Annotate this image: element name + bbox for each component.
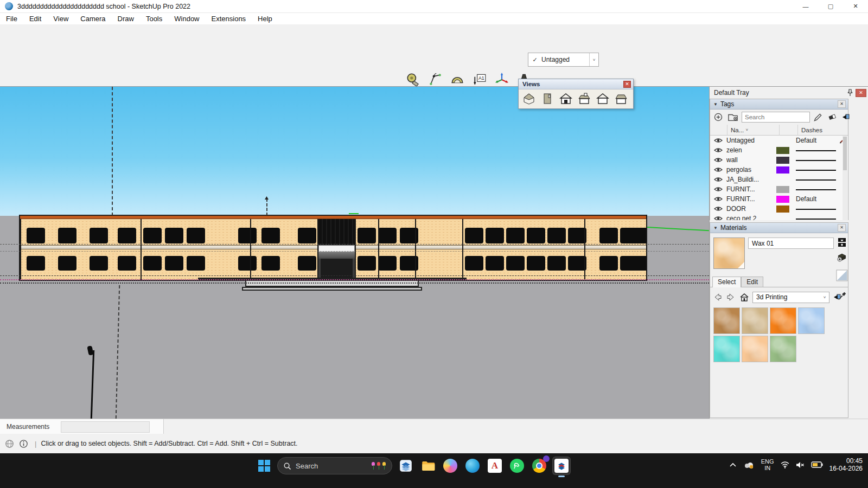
back-view-icon[interactable] <box>576 91 592 106</box>
protractor-icon[interactable] <box>449 70 466 88</box>
create-material-icon[interactable] <box>836 251 848 263</box>
tag-row[interactable]: JA_Buildi... <box>710 175 848 184</box>
edge-icon[interactable] <box>464 457 481 474</box>
maximize-button[interactable]: ▢ <box>818 0 843 13</box>
materials-collection-dropdown[interactable]: 3d Printing ˅ <box>752 292 829 303</box>
model-viewport[interactable] <box>0 87 709 419</box>
material-swatch[interactable] <box>798 307 825 334</box>
scrollbar-thumb[interactable] <box>843 137 847 170</box>
school-building[interactable] <box>19 215 647 281</box>
menu-window[interactable]: Window <box>168 13 205 25</box>
material-swatch[interactable] <box>770 307 796 334</box>
material-preview[interactable] <box>713 237 745 269</box>
tab-edit[interactable]: Edit <box>741 277 763 287</box>
materials-close-button[interactable]: ✕ <box>838 224 846 232</box>
menu-tools[interactable]: Tools <box>140 13 168 25</box>
hidden-icons-chevron[interactable] <box>730 463 736 467</box>
tags-panel-header[interactable]: ▼ Tags ✕ <box>710 99 848 110</box>
material-swatch[interactable] <box>742 336 768 362</box>
materials-panel-header[interactable]: ▼ Materials ✕ <box>710 223 848 233</box>
language-indicator[interactable]: ENG IN <box>761 458 774 471</box>
visibility-eye-icon[interactable] <box>710 196 726 202</box>
iso-view-icon[interactable] <box>521 91 537 106</box>
active-tag-dropdown[interactable]: ✓ Untagged ˅ <box>528 53 599 67</box>
visibility-eye-icon[interactable] <box>710 157 726 163</box>
views-palette-titlebar[interactable]: Views ✕ <box>519 79 633 89</box>
visibility-eye-icon[interactable] <box>710 176 726 183</box>
material-name-field[interactable]: Wax 01 <box>748 237 834 249</box>
visibility-eye-icon[interactable] <box>710 166 726 173</box>
sketchup-app-icon[interactable] <box>553 457 570 474</box>
text-icon[interactable]: A1 <box>471 70 488 88</box>
tag-row[interactable]: wall <box>710 155 848 165</box>
tag-color[interactable] <box>776 206 789 213</box>
tag-row[interactable]: DOOR <box>710 204 848 214</box>
details-arrow-icon[interactable] <box>840 111 851 123</box>
collapse-arrow-icon[interactable]: ▼ <box>713 102 718 107</box>
menu-file[interactable]: File <box>0 13 23 25</box>
tag-color[interactable] <box>776 147 789 154</box>
column-dashes[interactable]: Dashes <box>798 125 848 136</box>
minimize-button[interactable]: — <box>793 0 818 13</box>
material-swatch[interactable] <box>742 307 768 334</box>
close-button[interactable]: ✕ <box>843 0 868 13</box>
weather-icon[interactable]: ! <box>743 460 755 469</box>
tab-select[interactable]: Select <box>712 277 741 287</box>
tag-row[interactable]: FURNIT... Default <box>710 194 848 204</box>
column-name[interactable]: Na... ˅ <box>727 125 780 136</box>
autocad-icon[interactable]: A <box>486 457 503 474</box>
tag-color[interactable] <box>776 176 789 183</box>
visibility-eye-icon[interactable] <box>710 137 726 144</box>
visibility-eye-icon[interactable] <box>710 206 726 212</box>
menu-camera[interactable]: Camera <box>74 13 111 25</box>
battery-icon[interactable] <box>811 461 823 468</box>
wifi-icon[interactable] <box>781 461 789 468</box>
visibility-eye-icon[interactable] <box>710 215 726 220</box>
taskbar-clock[interactable]: 00:45 16-04-2026 <box>829 457 863 472</box>
add-tag-icon[interactable] <box>712 111 724 123</box>
tag-color[interactable] <box>776 137 789 144</box>
tag-color[interactable] <box>776 157 789 164</box>
tags-close-button[interactable]: ✕ <box>838 100 846 108</box>
add-tag-folder-icon[interactable] <box>726 111 739 123</box>
edit-tag-icon[interactable] <box>812 111 824 123</box>
material-swatch[interactable] <box>713 307 740 334</box>
tags-scrollbar[interactable] <box>843 136 847 220</box>
whatsapp-icon[interactable] <box>508 457 526 474</box>
axes-icon[interactable] <box>493 70 510 88</box>
chrome-icon[interactable] <box>531 457 548 474</box>
top-view-icon[interactable] <box>539 91 556 106</box>
layers-app-icon[interactable] <box>397 457 414 474</box>
volume-muted-icon[interactable] <box>796 461 805 468</box>
collapse-arrow-icon[interactable]: ▼ <box>713 226 718 230</box>
chevron-down-icon[interactable]: ˅ <box>589 53 598 66</box>
right-view-icon[interactable] <box>613 91 629 106</box>
tape-measure-icon[interactable] <box>404 70 422 88</box>
tag-row[interactable]: FURNIT... <box>710 184 848 194</box>
start-button[interactable] <box>256 458 272 474</box>
views-close-button[interactable]: ✕ <box>623 81 631 88</box>
material-swatch[interactable] <box>713 336 740 362</box>
menu-help[interactable]: Help <box>252 13 278 25</box>
measurements-input[interactable] <box>61 421 150 433</box>
tag-row[interactable]: Untagged Default <box>710 136 848 145</box>
left-view-icon[interactable] <box>595 91 611 106</box>
menu-draw[interactable]: Draw <box>112 13 140 25</box>
menu-edit[interactable]: Edit <box>23 13 47 25</box>
front-view-icon[interactable] <box>558 91 574 106</box>
material-swatch[interactable] <box>770 336 796 362</box>
tags-search-input[interactable] <box>742 112 810 123</box>
forward-arrow-icon[interactable] <box>725 292 736 303</box>
visibility-eye-icon[interactable] <box>710 147 726 153</box>
tag-color[interactable] <box>776 186 789 193</box>
file-explorer-icon[interactable] <box>419 457 437 474</box>
info-icon[interactable] <box>16 437 30 450</box>
purge-tags-icon[interactable] <box>826 111 838 123</box>
secondary-pane-icon[interactable] <box>836 236 848 248</box>
tag-row[interactable]: zelen <box>710 145 848 155</box>
tag-row[interactable]: pergolas <box>710 165 848 175</box>
details-arrow-icon[interactable] <box>832 292 843 303</box>
in-model-home-icon[interactable] <box>738 292 750 303</box>
back-arrow-icon[interactable] <box>712 292 723 303</box>
tray-close-button[interactable]: ✕ <box>856 89 866 97</box>
